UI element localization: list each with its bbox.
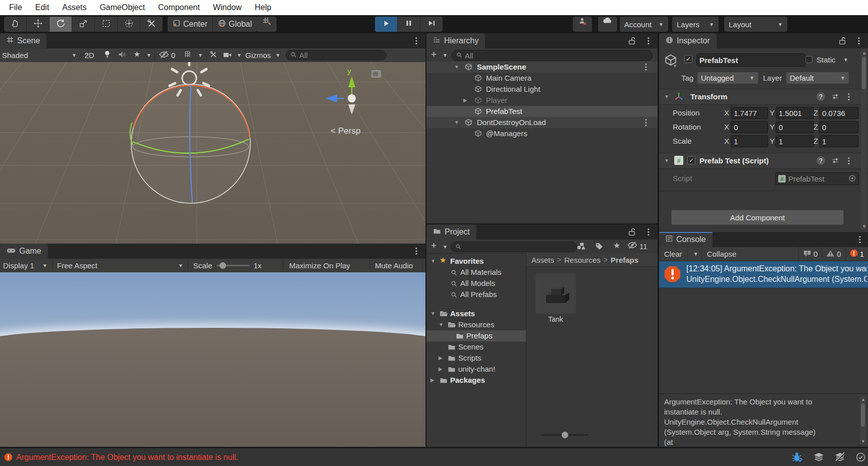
custom-tools-button[interactable]	[140, 17, 162, 32]
pivot-center-button[interactable]: Center	[168, 17, 213, 32]
project-visibility-button[interactable]: 11	[627, 242, 647, 251]
help-icon[interactable]: ?	[817, 156, 825, 165]
perspective-toggle[interactable]: < Persp	[331, 126, 360, 136]
component-kebab[interactable]	[848, 157, 850, 167]
thumbnail-size-slider[interactable]	[540, 434, 588, 436]
script-enabled-checkbox[interactable]: ✓	[687, 156, 695, 164]
hierarchy-row-directional-light[interactable]: Directional Light	[426, 84, 658, 95]
scene-effects-button[interactable]	[130, 49, 143, 61]
scale-tool-button[interactable]	[72, 17, 95, 32]
project-row-scripts[interactable]: ▶ Scripts	[426, 353, 526, 364]
script-component-header[interactable]: ▼ # ✓ Prefab Test (Script) ?	[659, 153, 868, 169]
create-object-button[interactable]: +	[431, 49, 437, 60]
active-checkbox[interactable]: ✓	[684, 55, 692, 63]
cache-layers-icon[interactable]	[813, 452, 824, 464]
scene-search-input[interactable]	[299, 51, 382, 60]
mute-audio-button[interactable]: Mute Audio	[369, 260, 413, 271]
scene-audio-button[interactable]	[115, 49, 129, 61]
hand-tool-button[interactable]	[4, 17, 27, 32]
transform-header[interactable]: ▼ Transform ?	[659, 89, 868, 105]
menu-file[interactable]: File	[3, 0, 29, 15]
expander-icon[interactable]: ▼	[454, 64, 459, 70]
help-icon[interactable]: ?	[817, 92, 825, 101]
inspector-scrollbar-thumb[interactable]	[862, 57, 866, 89]
object-picker-icon[interactable]	[848, 174, 856, 184]
rotation-y-input[interactable]	[779, 123, 811, 132]
hierarchy-row-prefabtest[interactable]: PrefabTest	[426, 106, 658, 117]
position-y-input[interactable]	[779, 109, 811, 118]
scene-viewport[interactable]: y < Persp	[0, 62, 425, 244]
component-kebab[interactable]	[848, 93, 850, 103]
project-search-field[interactable]	[451, 242, 577, 252]
scene-visibility-button[interactable]: 0	[154, 49, 175, 61]
rotation-z-input[interactable]	[822, 123, 855, 132]
project-row-packages[interactable]: ▶ Packages	[426, 375, 526, 386]
rotation-y-field[interactable]	[776, 121, 814, 133]
tab-inspector[interactable]: Inspector	[659, 33, 717, 48]
aspect-dropdown[interactable]: Free Aspect▼	[52, 260, 183, 271]
refresh-disabled-icon[interactable]	[835, 452, 845, 464]
position-y-field[interactable]	[776, 107, 814, 119]
breadcrumb-resources[interactable]: Resources	[564, 256, 601, 264]
project-row-prefaps[interactable]: Prefaps	[426, 330, 526, 341]
breadcrumb-prefaps[interactable]: Prefaps	[611, 256, 638, 264]
menu-component[interactable]: Component	[151, 0, 206, 15]
scene-grid-button[interactable]	[182, 49, 194, 61]
position-x-field[interactable]	[731, 107, 768, 119]
collapse-button[interactable]: Collapse	[701, 247, 741, 261]
menu-assets[interactable]: Assets	[56, 0, 93, 15]
position-x-input[interactable]	[734, 109, 765, 118]
scroll-up-icon[interactable]: ▲	[861, 397, 865, 402]
debugger-attached-icon[interactable]	[791, 451, 803, 465]
expander-icon[interactable]: ▶	[463, 97, 467, 103]
stats-button[interactable]: Stats	[422, 260, 425, 271]
presets-icon[interactable]	[832, 157, 839, 166]
tab-game[interactable]: Game	[0, 244, 48, 259]
inspector-menu-kebab[interactable]	[858, 37, 860, 47]
layer-dropdown[interactable]: Default▼	[786, 72, 849, 84]
rotate-tool-button[interactable]	[49, 17, 72, 32]
expander-icon[interactable]: ▼	[454, 120, 459, 125]
create-asset-button[interactable]: +	[431, 240, 437, 251]
clear-dropdown-arrow[interactable]: ▼	[687, 247, 701, 261]
expander-icon[interactable]: ▶	[439, 366, 443, 372]
project-row-unity-chan[interactable]: ▶ unity-chan!	[426, 364, 526, 375]
static-checkbox[interactable]	[805, 56, 812, 63]
gizmos-dropdown[interactable]: Gizmos▼	[245, 49, 281, 61]
collab-button[interactable]	[573, 17, 592, 32]
detail-scrollbar[interactable]: ▲ ▼	[860, 396, 866, 445]
tab-console[interactable]: Console	[659, 232, 713, 247]
object-name-input[interactable]	[699, 56, 802, 65]
expander-icon[interactable]: ▶	[439, 355, 443, 361]
console-log-entry[interactable]: [12:34:05] ArgumentException: The Object…	[659, 261, 868, 288]
detail-scrollbar-thumb[interactable]	[861, 403, 865, 427]
play-button[interactable]	[375, 17, 398, 32]
rotation-x-input[interactable]	[734, 123, 765, 132]
project-row-assets[interactable]: ▼ Assets	[426, 308, 526, 319]
add-component-button[interactable]: Add Component	[671, 210, 844, 225]
expander-icon[interactable]: ▼	[439, 322, 444, 327]
expander-icon[interactable]: ▶	[430, 377, 435, 383]
object-name-field[interactable]	[696, 53, 805, 67]
project-row-all-prefabs[interactable]: All Prefabs	[426, 289, 526, 300]
expander-icon[interactable]: ▼	[430, 258, 436, 264]
header-dropdown-arrow[interactable]: ▼	[673, 64, 677, 69]
transform-tool-button[interactable]	[118, 17, 140, 32]
step-button[interactable]	[420, 17, 443, 32]
breadcrumb-assets[interactable]: Assets	[531, 256, 554, 264]
create-dropdown-arrow[interactable]: ▼	[440, 244, 448, 250]
effects-dropdown-arrow[interactable]: ▼	[143, 49, 151, 61]
tab-scene[interactable]: Scene	[0, 33, 46, 48]
script-object-field[interactable]: # PrefabTest	[775, 172, 859, 185]
favorites-filter-star-icon[interactable]: ★	[613, 241, 620, 250]
tab-hierarchy[interactable]: Hierarchy	[426, 33, 485, 48]
scroll-up-icon[interactable]: ▲	[862, 50, 866, 55]
tasks-ok-icon[interactable]	[856, 452, 865, 464]
hierarchy-search-input[interactable]	[465, 51, 648, 60]
inspector-lock-icon[interactable]	[839, 37, 846, 47]
expander-icon[interactable]: ▼	[430, 311, 436, 316]
hierarchy-search-field[interactable]	[452, 50, 653, 61]
status-error-message[interactable]: ArgumentException: The Object you want t…	[16, 453, 238, 462]
scene-menu-kebab[interactable]	[415, 37, 417, 47]
rotation-x-field[interactable]	[731, 121, 768, 133]
